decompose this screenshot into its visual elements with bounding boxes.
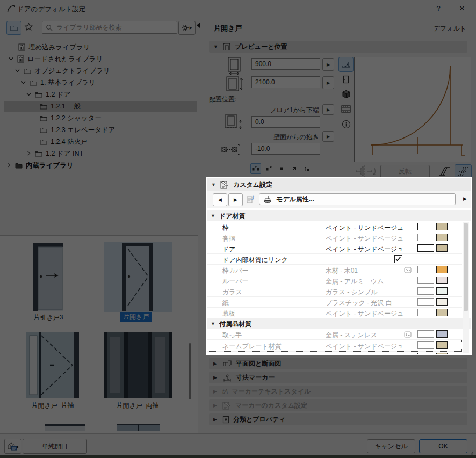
height-options-button[interactable]: ▶ — [322, 76, 334, 89]
tree-item-general-selected[interactable]: 1.2.1 一般 — [4, 101, 197, 112]
section-preview-position[interactable]: ▼ プレビューと位置 — [209, 41, 467, 53]
section-marker-text-style[interactable]: ▶ tA マーカーテキストスタイル — [209, 386, 467, 397]
tree-item-doors[interactable]: 1.2 ドア — [4, 89, 197, 100]
material-row-frame[interactable]: 枠 ペイント - サンドベージュ — [206, 222, 462, 232]
tree-item-basic-library[interactable]: 1. 基本ライブラリ — [4, 77, 197, 88]
material-color-swatch[interactable] — [436, 223, 448, 230]
section-plan-and-section[interactable]: ▶ 平面図と断面図 — [209, 358, 467, 369]
reveal-options-button[interactable]: ▶ — [322, 131, 334, 142]
thumbnail-partial[interactable] — [117, 424, 160, 431]
toolbar-overflow-arrow-icon[interactable]: ▶ — [463, 196, 467, 201]
help-button[interactable]: ? — [431, 3, 446, 14]
preview-3d-button[interactable] — [338, 86, 354, 101]
close-button[interactable]: ✕ — [455, 3, 470, 14]
pen-color-swatch[interactable] — [417, 223, 434, 230]
material-list-scrollbar[interactable] — [463, 222, 469, 353]
section-marker-custom-settings[interactable]: ▶ マーカーのカスタム設定 — [209, 399, 467, 411]
material-row-handle[interactable]: 取っ手 金属 - ステンレス — [206, 329, 462, 340]
preview-plan-button[interactable] — [338, 57, 354, 72]
material-color-swatch[interactable] — [436, 287, 448, 295]
material-row-frame-cover[interactable]: 枠カバー 木材 - 木01 — [206, 265, 462, 275]
material-row-door[interactable]: ドア ペイント - サンドベージュ — [206, 243, 462, 254]
section-classification-properties[interactable]: ▶ 分類とプロパティ — [209, 413, 467, 425]
scrollbar-thumb[interactable] — [464, 223, 468, 311]
next-page-button[interactable]: ▶ — [228, 193, 243, 206]
pen-color-swatch[interactable] — [417, 277, 434, 284]
section-custom-settings[interactable]: ▼ カスタム設定 — [206, 178, 472, 191]
anchor-center-button[interactable] — [276, 163, 287, 174]
thumbnail-scrollbar[interactable] — [189, 343, 191, 399]
anchor-side-button[interactable] — [263, 163, 274, 174]
material-row-glass[interactable]: ガラス ガラス - シンプル — [206, 286, 462, 297]
material-color-swatch[interactable] — [436, 234, 448, 241]
expander-open-icon[interactable] — [15, 68, 20, 74]
door-width-field[interactable]: 900.0 — [251, 58, 320, 70]
preview-section-button[interactable] — [338, 101, 354, 117]
expander-open-icon[interactable] — [9, 56, 14, 62]
tree-item-door-int[interactable]: 1.2 ドア INT — [4, 148, 197, 159]
tree-item-builtin-library[interactable]: 内蔵ライブラリ — [4, 160, 197, 171]
material-color-swatch[interactable] — [436, 341, 448, 349]
material-color-swatch[interactable] — [436, 298, 448, 306]
transfer-settings-icon[interactable] — [246, 195, 256, 204]
floor-anchor-options-button[interactable]: ▶ — [322, 104, 334, 115]
folder-view-button[interactable] — [6, 21, 21, 35]
load-library-button[interactable] — [4, 439, 21, 454]
search-settings-button[interactable]: ▶ — [178, 21, 196, 35]
door-height-field[interactable]: 2100.0 — [251, 76, 320, 88]
anchor-vertical-button[interactable] — [302, 163, 313, 174]
tree-item-embedded-library[interactable]: 埋め込みライブラリ — [4, 42, 197, 53]
pen-color-swatch[interactable] — [417, 287, 434, 295]
thumbnail-hinged-door-selected[interactable] — [104, 242, 172, 312]
pen-color-swatch[interactable] — [417, 266, 434, 273]
tree-item-object-library[interactable]: オブジェクトライブラリ — [4, 66, 197, 76]
thumbnail-partial[interactable] — [45, 424, 85, 431]
pen-color-swatch[interactable] — [417, 234, 434, 241]
favorites-button[interactable] — [24, 23, 33, 31]
tree-item-shutter[interactable]: 1.2.2 シャッター — [4, 113, 197, 123]
pen-color-swatch[interactable] — [417, 244, 434, 252]
group-door-materials[interactable]: ▼ ドア材質 — [206, 210, 472, 221]
pen-color-swatch[interactable] — [417, 298, 434, 306]
material-row-nameplate-focused[interactable]: ネームプレート材質 ペイント - サンドベージュ — [206, 340, 462, 352]
simple-opening-button[interactable]: 単純開口 — [23, 439, 87, 454]
collapse-pane-arrow-icon[interactable] — [197, 23, 200, 28]
wall-opening-left-button[interactable] — [436, 164, 453, 178]
anchor-left-right-button[interactable] — [250, 163, 261, 174]
flip-button[interactable]: 反転 — [380, 165, 430, 178]
preview-info-button[interactable] — [338, 117, 354, 132]
expander-open-icon[interactable] — [26, 92, 32, 97]
tree-item-elevator-door[interactable]: 1.2.3 エレベータドア — [4, 125, 197, 135]
thumbnail-door-two-sidelights[interactable] — [104, 332, 172, 398]
width-options-button[interactable]: ▶ — [322, 58, 334, 71]
thumbnail-sliding-door[interactable] — [33, 243, 63, 311]
material-row-skirt[interactable]: 幕板 ペイント - サンドベージュ — [206, 308, 462, 318]
sill-height-field[interactable]: 0.0 — [251, 116, 320, 128]
pen-color-swatch[interactable] — [417, 341, 434, 349]
section-dimension-marker[interactable]: ▶ 寸法マーカー — [209, 372, 467, 383]
thumbnail-door-one-sidelight[interactable] — [26, 332, 79, 398]
material-color-swatch[interactable] — [436, 330, 448, 338]
pen-color-swatch[interactable] — [417, 330, 434, 338]
material-row-louver[interactable]: ルーバー 金属 - アルミニウム — [206, 275, 462, 286]
pen-color-swatch[interactable] — [417, 309, 434, 316]
tree-item-fire-door[interactable]: 1.2.4 防火戸 — [4, 136, 197, 147]
search-input[interactable] — [55, 23, 174, 32]
material-row-link-interior[interactable]: ドア内部材質にリンク — [206, 254, 462, 265]
expander-closed-icon[interactable] — [26, 151, 32, 156]
reveal-field[interactable]: -10.0 — [251, 143, 320, 155]
model-attributes-button[interactable]: モデル属性... — [259, 193, 456, 205]
material-color-swatch[interactable] — [436, 266, 448, 273]
material-row-paper[interactable]: 紙 プラスチック - 光沢 白 — [206, 297, 462, 308]
material-color-swatch[interactable] — [436, 244, 448, 252]
material-row-threshold[interactable]: 沓摺 ペイント - サンドベージュ — [206, 232, 462, 243]
previous-page-button[interactable]: ◀ — [213, 193, 227, 206]
material-color-swatch[interactable] — [436, 277, 448, 284]
wall-opening-right-button[interactable] — [455, 164, 472, 178]
material-color-swatch[interactable] — [436, 309, 448, 316]
preview-elevation-button[interactable] — [338, 72, 354, 87]
anchor-corner-button[interactable] — [289, 163, 300, 174]
group-accessory-materials[interactable]: ▼ 付属品材質 — [206, 318, 472, 329]
expander-open-icon[interactable] — [21, 80, 26, 85]
ok-button[interactable]: OK — [419, 439, 467, 453]
